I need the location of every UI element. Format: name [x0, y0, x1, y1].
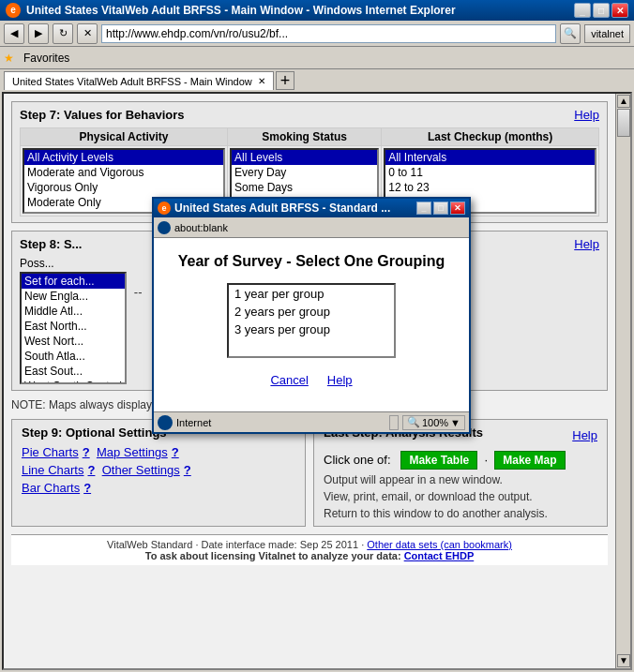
list-item[interactable]: Some Days: [232, 180, 377, 195]
pie-charts-row: Pie Charts ? Map Settings ?: [22, 445, 295, 459]
list-item[interactable]: 0 to 11: [385, 165, 595, 180]
step7-header: Step 7: Values for Behaviors Help: [20, 108, 599, 122]
tab-label: United States VitalWeb Adult BRFSS - Mai…: [12, 76, 252, 87]
list-item[interactable]: West Nort...: [22, 334, 125, 349]
tab-close-icon[interactable]: ✕: [258, 76, 265, 86]
bar-charts-help[interactable]: ?: [83, 481, 91, 495]
modal-maximize-button[interactable]: □: [433, 202, 448, 215]
contact-link[interactable]: Contact EHDP: [404, 550, 475, 561]
list-item[interactable]: All Intervals: [385, 150, 595, 165]
other-settings-help[interactable]: ?: [184, 463, 191, 477]
step7-title: Step 7: Values for Behaviors: [20, 108, 185, 122]
refresh-button[interactable]: ↻: [53, 23, 73, 44]
line-charts-row: Line Charts ? Other Settings ?: [22, 463, 295, 477]
modal-zone: [389, 415, 399, 430]
main-scrollbar[interactable]: ▲ ▼: [615, 94, 630, 668]
browser-toolbar: ◀ ▶ ↻ ✕ 🔍 vitalnet: [0, 21, 634, 47]
modal-minimize-button[interactable]: _: [416, 202, 431, 215]
forward-button[interactable]: ▶: [28, 23, 49, 44]
modal-status-text: Internet: [176, 417, 211, 428]
step8-listbox[interactable]: Set for each... New Engla... Middle Atl.…: [20, 272, 127, 384]
list-item[interactable]: South Atla...: [22, 349, 125, 364]
footer-section: VitalWeb Standard · Date interface made:…: [11, 534, 608, 565]
col-last-checkup: Last Checkup (months): [382, 128, 599, 146]
search-icon[interactable]: 🔍: [560, 23, 581, 44]
list-item[interactable]: 1 year per group: [229, 285, 394, 303]
map-settings-help[interactable]: ?: [172, 445, 179, 459]
step9-section: Step 9: Optional Settings Pie Charts ? M…: [11, 419, 306, 527]
minimize-button[interactable]: _: [574, 3, 591, 18]
favorites-star-icon: ★: [4, 52, 14, 65]
list-item[interactable]: New Engla...: [22, 289, 125, 304]
list-item[interactable]: Middle Atl...: [22, 304, 125, 319]
modal-title: United States Adult BRFSS - Standard ...: [174, 202, 416, 215]
modal-actions: Cancel Help: [173, 373, 450, 387]
vitalnet-button[interactable]: vitalnet: [584, 24, 630, 43]
scroll-thumb[interactable]: [617, 109, 630, 137]
line-charts-help[interactable]: ?: [87, 463, 95, 477]
bar-charts-row: Bar Charts ?: [22, 481, 295, 495]
line-charts-link[interactable]: Line Charts: [22, 463, 83, 477]
browser-icon: e: [6, 3, 21, 18]
make-table-button[interactable]: Make Table: [400, 451, 477, 470]
maximize-button[interactable]: □: [593, 3, 610, 18]
close-button[interactable]: ✕: [611, 3, 628, 18]
modal-zoom: 🔍 100% ▼: [402, 415, 465, 430]
browser-window-controls: _ □ ✕: [574, 3, 628, 18]
modal-internet-icon: [158, 415, 173, 430]
make-map-button[interactable]: Make Map: [494, 451, 565, 470]
other-data-link[interactable]: Other data sets (can bookmark): [367, 539, 512, 550]
list-item[interactable]: Every Day: [232, 165, 377, 180]
col-physical-activity: Physical Activity: [21, 128, 228, 146]
favorites-label: Favorites: [23, 52, 69, 65]
modal-addr-icon: [158, 221, 171, 234]
new-tab-button[interactable]: +: [276, 71, 295, 90]
footer-line1: VitalWeb Standard · Date interface made:…: [19, 539, 600, 550]
list-item[interactable]: 2 years per group: [229, 303, 394, 321]
modal-window-controls: _ □ ✕: [416, 202, 465, 215]
list-item[interactable]: 3 years per group: [229, 321, 394, 338]
map-settings-link[interactable]: Map Settings: [97, 445, 168, 459]
modal-heading: Year of Survey - Select One Grouping: [173, 253, 450, 270]
pie-charts-link[interactable]: Pie Charts: [22, 445, 79, 459]
output-line1: Output will appear in a new window.: [324, 473, 597, 486]
scroll-down-button[interactable]: ▼: [617, 654, 630, 667]
back-button[interactable]: ◀: [4, 23, 24, 44]
address-bar[interactable]: [101, 24, 556, 43]
list-item[interactable]: Vigorous Only: [24, 180, 223, 195]
modal-address-bar: about:blank: [154, 217, 469, 238]
list-item[interactable]: 12 to 23: [385, 180, 595, 195]
col-smoking-status: Smoking Status: [227, 128, 381, 146]
last-step-help-link[interactable]: Help: [572, 428, 597, 442]
stop-button[interactable]: ✕: [77, 23, 98, 44]
step8-title: Step 8: S...: [20, 237, 82, 251]
list-item[interactable]: East North...: [22, 319, 125, 334]
tab-bar: United States VitalWeb Adult BRFSS - Mai…: [0, 69, 634, 90]
modal-footer: Internet 🔍 100% ▼: [154, 411, 469, 432]
list-item[interactable]: West South Central: [22, 379, 125, 384]
step7-help-link[interactable]: Help: [574, 108, 599, 122]
step8-help-link[interactable]: Help: [574, 237, 599, 251]
modal-close-button[interactable]: ✕: [450, 202, 465, 215]
modal-dialog: e United States Adult BRFSS - Standard .…: [152, 197, 471, 434]
last-step-section: Last Step: Analysis Results Help Click o…: [313, 419, 608, 527]
grouping-listbox[interactable]: 1 year per group 2 years per group 3 yea…: [227, 283, 396, 358]
main-tab[interactable]: United States VitalWeb Adult BRFSS - Mai…: [4, 71, 274, 90]
step8-dots: --: [134, 285, 143, 299]
list-item[interactable]: All Activity Levels: [24, 150, 223, 165]
modal-address: about:blank: [174, 222, 228, 233]
output-line2: View, print, email, or download the outp…: [324, 490, 597, 503]
scroll-up-button[interactable]: ▲: [617, 95, 630, 108]
pie-charts-help[interactable]: ?: [83, 445, 90, 459]
modal-title-bar: e United States Adult BRFSS - Standard .…: [154, 199, 469, 217]
other-settings-link[interactable]: Other Settings: [102, 463, 180, 477]
list-item[interactable]: Set for each...: [22, 274, 125, 289]
list-item[interactable]: All Levels: [232, 150, 377, 165]
modal-body: Year of Survey - Select One Grouping 1 y…: [154, 238, 469, 411]
modal-zoom-icon: 🔍: [407, 416, 420, 428]
list-item[interactable]: Moderate and Vigorous: [24, 165, 223, 180]
modal-help-link[interactable]: Help: [327, 373, 353, 387]
list-item[interactable]: East Sout...: [22, 364, 125, 379]
modal-cancel-link[interactable]: Cancel: [270, 373, 308, 387]
bar-charts-link[interactable]: Bar Charts: [22, 481, 80, 495]
